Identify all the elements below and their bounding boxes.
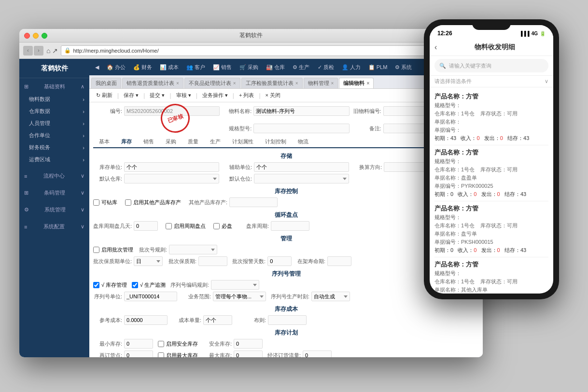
- sidebar-section-basic-header[interactable]: ⊞ 基础资料 ∧: [19, 80, 89, 93]
- use-safe-checkbox[interactable]: [158, 341, 164, 347]
- nav-production[interactable]: ⚙ 生产: [290, 62, 312, 72]
- sub-tab-plan-attr[interactable]: 计划属性: [226, 136, 259, 148]
- tab-close-icon[interactable]: ×: [366, 81, 369, 86]
- unit-cost-input[interactable]: [203, 315, 232, 325]
- default-location-select[interactable]: [254, 174, 349, 183]
- sub-tab-plan-ctrl[interactable]: 计划控制: [259, 136, 292, 148]
- sub-tab-purchase[interactable]: 采购: [160, 136, 182, 148]
- sub-tab-production[interactable]: 生产: [204, 136, 226, 148]
- batch-expire-unit-select[interactable]: 日: [134, 256, 163, 266]
- tab-close-icon[interactable]: ×: [176, 81, 179, 86]
- phone-search-box[interactable]: 🔍 请输入关键字查询: [434, 59, 548, 72]
- address-bar[interactable]: 🔒 http://merp.minghecloud.com/Home/: [61, 45, 442, 56]
- use-other-wh-checkbox[interactable]: [125, 199, 131, 206]
- url-text[interactable]: http://merp.minghecloud.com/Home/: [73, 48, 158, 54]
- sub-tab-logistics[interactable]: 物流: [292, 136, 314, 148]
- nav-purchase[interactable]: 🛒 采购: [237, 62, 261, 72]
- count-period-input[interactable]: [271, 221, 309, 231]
- business-scope-select[interactable]: 管理每个事物...: [213, 292, 266, 301]
- batch-expire-input[interactable]: [198, 256, 227, 266]
- must-count-checkbox[interactable]: [213, 223, 220, 229]
- batch-no-rule-select[interactable]: [169, 245, 217, 254]
- spec-type-input[interactable]: [253, 124, 349, 133]
- tab-desktop[interactable]: 我的桌面: [91, 78, 121, 88]
- sub-tab-quality[interactable]: 质量: [182, 136, 204, 148]
- material-name-input[interactable]: [253, 106, 349, 116]
- tab-close-icon[interactable]: ×: [233, 81, 236, 86]
- sidebar-sysmgmt-header[interactable]: ⚙ 系统管理 ∨: [19, 203, 89, 216]
- phone-back-button[interactable]: ‹: [434, 43, 437, 52]
- serial-gen-select[interactable]: 自动生成: [311, 292, 350, 301]
- nav-plm[interactable]: 📋 PLM: [365, 63, 391, 72]
- serial-unit-input[interactable]: [124, 292, 177, 301]
- nav-customer[interactable]: 👥 客户: [183, 62, 208, 72]
- warehouse-unit-input[interactable]: [124, 162, 219, 172]
- submit-button[interactable]: 提交 ▾: [147, 91, 168, 100]
- mac-window-controls[interactable]: [24, 33, 47, 39]
- shelf-life-input[interactable]: [327, 256, 351, 266]
- sub-tab-sales[interactable]: 销售: [138, 136, 160, 148]
- phone-list-item[interactable]: 产品名称：方管 规格型号： 仓库名称：1号仓 库存状态：可用 单据名称：盘盈单 …: [434, 145, 548, 201]
- sidebar-item-finance[interactable]: 财务税务 ›: [19, 141, 89, 154]
- can-borrow-checkbox[interactable]: [93, 199, 99, 206]
- maximize-button[interactable]: [42, 33, 47, 39]
- nav-quality[interactable]: ✓ 质检: [315, 62, 337, 72]
- tab-close-icon[interactable]: ×: [295, 81, 298, 86]
- back-button[interactable]: ‹: [23, 46, 33, 56]
- batch-warning-input[interactable]: [267, 256, 292, 266]
- eoq-input[interactable]: [303, 350, 332, 357]
- tab-sales-quality[interactable]: 销售退货质量统计表 ×: [122, 78, 183, 88]
- home-icon[interactable]: ⌂: [46, 47, 50, 55]
- operations-button[interactable]: 业务操作 ▾: [199, 91, 231, 100]
- phone-list-item[interactable]: 产品名称：方管 规格型号： 仓库名称：1号仓 库存状态：可用 单据名称： 单据编…: [434, 89, 548, 145]
- browser-nav[interactable]: ‹ ›: [23, 46, 43, 56]
- forward-button[interactable]: ›: [34, 46, 43, 56]
- tab-edit-material[interactable]: 编辑物料 ×: [339, 78, 374, 88]
- other-wh-input[interactable]: [229, 197, 278, 207]
- minimize-button[interactable]: [33, 33, 39, 39]
- min-stock-input[interactable]: [124, 339, 153, 349]
- close-tab-button[interactable]: × 关闭: [263, 91, 283, 100]
- use-serial-checkbox[interactable]: [93, 282, 99, 288]
- track-checkbox[interactable]: [132, 282, 138, 288]
- refresh-button[interactable]: ↻ 刷新: [93, 91, 115, 100]
- aux-unit-input[interactable]: [254, 162, 349, 172]
- serial-rule-select[interactable]: [211, 280, 259, 290]
- share-icon[interactable]: ↗: [52, 47, 58, 55]
- sub-tab-inventory[interactable]: 库存: [115, 136, 138, 148]
- sidebar-item-partner[interactable]: 合作单位 ›: [19, 129, 89, 141]
- default-warehouse-select[interactable]: [124, 174, 219, 183]
- sidebar-workflow-header[interactable]: ≡ 流程中心 ∨: [19, 169, 89, 182]
- tab-process-quality[interactable]: 工序检验质量统计表 ×: [241, 78, 303, 88]
- sidebar-item-material[interactable]: 物料数据 ›: [19, 93, 89, 105]
- sidebar-item-shipping[interactable]: 运费区域 ›: [19, 154, 89, 166]
- sub-tab-basic[interactable]: 基本: [93, 136, 115, 148]
- ref-cost-input[interactable]: [124, 315, 168, 325]
- phone-list-item[interactable]: 产品名称：方管 规格型号： 仓库名称：1号仓 库存状态：可用 单据名称：盘亏单 …: [434, 201, 548, 257]
- list-button[interactable]: + 列表: [236, 91, 257, 100]
- browser-icons[interactable]: ⌂ ↗: [46, 47, 58, 55]
- nav-hr[interactable]: 👤 人力: [339, 62, 364, 72]
- audit-button[interactable]: 审核 ▾: [173, 91, 194, 100]
- close-button[interactable]: [24, 33, 30, 39]
- nav-system[interactable]: ⚙ 系统: [392, 62, 415, 72]
- cycle-days-input[interactable]: [134, 221, 158, 231]
- use-batch-checkbox[interactable]: [93, 247, 99, 253]
- nav-collapse[interactable]: ◀: [92, 63, 102, 72]
- sidebar-barcode-header[interactable]: ⊞ 条码管理 ∨: [19, 186, 89, 199]
- nav-home[interactable]: 🏠 办公: [104, 62, 128, 72]
- phone-filter[interactable]: 请选择筛选条件 ∨: [430, 76, 553, 87]
- sidebar-item-personnel[interactable]: 人员管理 ›: [19, 117, 89, 129]
- allocation-input[interactable]: [268, 315, 307, 325]
- use-cycle-checkbox[interactable]: [166, 223, 172, 229]
- sidebar-item-warehouse[interactable]: 仓库数据 ›: [19, 105, 89, 117]
- use-max-checkbox[interactable]: [158, 352, 164, 358]
- tab-material-mgmt[interactable]: 物料管理 ×: [304, 78, 338, 88]
- safe-stock-input[interactable]: [234, 339, 263, 349]
- nav-sales[interactable]: 📈 销售: [210, 62, 235, 72]
- max-stock-input[interactable]: [234, 350, 263, 357]
- sidebar-syscfg-header[interactable]: ≡ 系统配置 ∨: [19, 220, 89, 233]
- nav-finance[interactable]: 💰 财务: [130, 62, 155, 72]
- nav-cost[interactable]: 📊 成本: [157, 62, 182, 72]
- nav-warehouse[interactable]: 🏭 仓库: [263, 62, 288, 72]
